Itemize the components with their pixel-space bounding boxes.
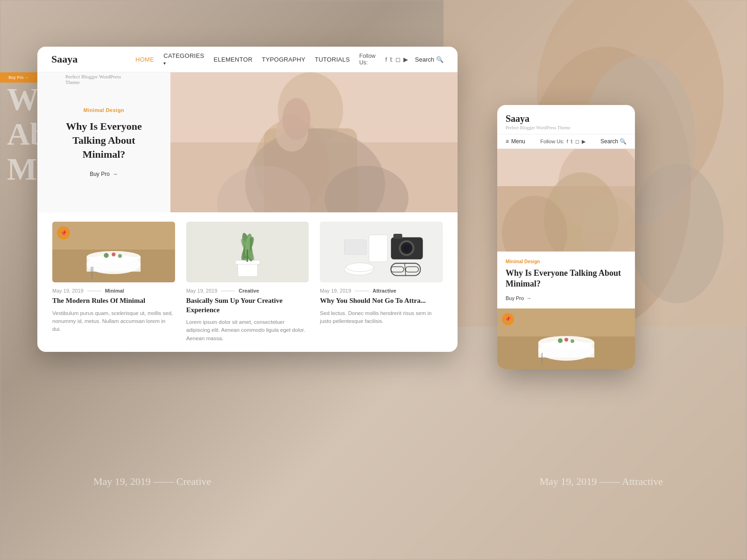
mobile-nav-bar: ≡ Menu Follow Us: f 𝕥 ◻ ▶ Search 🔍: [497, 134, 635, 149]
nav-elementor[interactable]: ELEMENTOR: [213, 56, 252, 63]
follow-us-label: Follow Us:: [359, 53, 383, 66]
card-3-meta: May 19, 2019 Attractive: [320, 288, 443, 294]
post-card-3: May 19, 2019 Attractive Why You Should N…: [314, 222, 448, 352]
hero-buy-button[interactable]: Buy Pro →: [90, 171, 118, 177]
bg-bottom-text-left: May 19, 2019 —— Creative: [93, 476, 211, 488]
svg-rect-23: [92, 267, 92, 279]
svg-point-48: [346, 263, 374, 272]
nav-categories[interactable]: CATEGORIES: [163, 52, 204, 66]
search-button[interactable]: Search 🔍: [415, 56, 444, 63]
pin-badge-1: 📌: [57, 226, 70, 239]
nav-tutorials[interactable]: TUTORIALS: [315, 56, 350, 63]
hero-title: Why Is Everyone Talking About Minimal?: [51, 119, 156, 161]
desktop-navbar: Saaya Perfect Blogger WordPress Theme HO…: [37, 47, 458, 72]
svg-point-4: [630, 163, 724, 303]
svg-rect-24: [91, 267, 91, 273]
svg-point-62: [571, 339, 574, 343]
mobile-twitter-icon[interactable]: 𝕥: [571, 139, 573, 145]
search-icon: 🔍: [436, 56, 444, 63]
mobile-facebook-icon[interactable]: f: [567, 139, 568, 144]
mobile-youtube-icon[interactable]: ▶: [582, 139, 585, 145]
mobile-brand-logo: Saaya: [506, 113, 627, 124]
mobile-header: Saaya Perfect Blogger WordPress Theme: [497, 105, 635, 134]
mobile-hero-content: Minimal Design Why Is Everyone Talking A…: [497, 252, 635, 308]
svg-rect-63: [542, 353, 543, 364]
hamburger-icon: ≡: [506, 138, 509, 145]
orange-bar: Buy Pro →: [0, 72, 37, 83]
mobile-card-image: 📌: [497, 308, 635, 369]
hero-text-panel: Minimal Design Why Is Everyone Talking A…: [37, 72, 170, 212]
mobile-brand-tagline: Perfect Blogger WordPress Theme: [506, 125, 627, 130]
card-2-excerpt: Lorem ipsum dolor sit amet, consectetuer…: [186, 318, 309, 343]
svg-rect-25: [93, 267, 93, 273]
mobile-hero-category: Minimal Design: [506, 259, 627, 264]
mobile-hero-image: [497, 149, 635, 252]
svg-rect-34: [247, 250, 248, 262]
twitter-icon[interactable]: 𝕥: [390, 56, 393, 63]
instagram-icon[interactable]: ◻: [395, 56, 401, 63]
mobile-pin-badge: 📌: [502, 313, 514, 325]
hero-image: [170, 72, 458, 212]
mobile-follow-section: Follow Us: f 𝕥 ◻ ▶: [540, 139, 585, 145]
desktop-post-cards: 📌 May: [37, 212, 458, 352]
mobile-search-icon: 🔍: [620, 138, 627, 145]
card-1-image: 📌: [52, 222, 175, 282]
svg-point-14: [282, 98, 310, 140]
svg-rect-46: [345, 240, 366, 255]
bg-bottom-text-right: May 19, 2019 —— Attractive: [539, 476, 663, 488]
svg-rect-40: [394, 234, 402, 239]
mobile-buy-button[interactable]: Buy Pro →: [506, 295, 627, 301]
svg-rect-45: [369, 235, 388, 262]
svg-point-20: [104, 253, 109, 258]
nav-typography[interactable]: TYPOGRAPHY: [262, 56, 305, 63]
nav-home[interactable]: HOME: [135, 56, 154, 63]
card-3-image: [320, 222, 443, 282]
youtube-icon[interactable]: ▶: [403, 56, 408, 63]
arrow-right-icon: →: [113, 171, 118, 177]
svg-point-39: [403, 245, 410, 252]
mobile-search-button[interactable]: Search 🔍: [600, 138, 627, 145]
card-3-excerpt: Sed lectus. Donec mollis hendrerit risus…: [320, 309, 443, 326]
facebook-icon[interactable]: f: [385, 56, 387, 63]
mobile-instagram-icon[interactable]: ◻: [575, 139, 579, 145]
svg-point-21: [112, 252, 115, 256]
svg-point-60: [558, 338, 563, 343]
desktop-mockup: Saaya Perfect Blogger WordPress Theme HO…: [37, 47, 458, 352]
card-2-title: Basically Sum Up Your Creative Experienc…: [186, 296, 309, 315]
brand-logo: Saaya: [51, 53, 132, 65]
card-1-title: The Modern Rules Of Minimal: [52, 296, 175, 306]
card-1-meta: May 19, 2019 Minimal: [52, 288, 175, 294]
mobile-mockup: Saaya Perfect Blogger WordPress Theme ≡ …: [497, 105, 635, 369]
svg-point-61: [564, 338, 568, 342]
mobile-arrow-right-icon: →: [526, 295, 531, 301]
follow-us-section: Follow Us: f 𝕥 ◻ ▶: [359, 53, 408, 66]
desktop-hero: Minimal Design Why Is Everyone Talking A…: [37, 72, 458, 212]
nav-links: HOME CATEGORIES ELEMENTOR TYPOGRAPHY TUT…: [135, 52, 350, 66]
card-3-title: Why You Should Not Go To Attra...: [320, 296, 443, 306]
mobile-hero-title: Why Is Everyone Talking About Minimal?: [506, 268, 627, 290]
card-2-image: [186, 222, 309, 282]
card-2-meta: May 19, 2019 Creative: [186, 288, 309, 294]
post-card-1: 📌 May: [47, 222, 181, 352]
post-card-2: May 19, 2019 Creative Basically Sum Up Y…: [181, 222, 315, 352]
brand-wrapper: Saaya Perfect Blogger WordPress Theme: [51, 53, 135, 65]
mobile-menu-button[interactable]: ≡ Menu: [506, 138, 525, 145]
svg-point-22: [118, 254, 122, 258]
hero-category: Minimal Design: [84, 107, 125, 113]
card-1-excerpt: Vestibulum purus quam, scelerisque ut, m…: [52, 309, 175, 334]
brand-tagline: Perfect Blogger WordPress Theme: [65, 74, 135, 85]
